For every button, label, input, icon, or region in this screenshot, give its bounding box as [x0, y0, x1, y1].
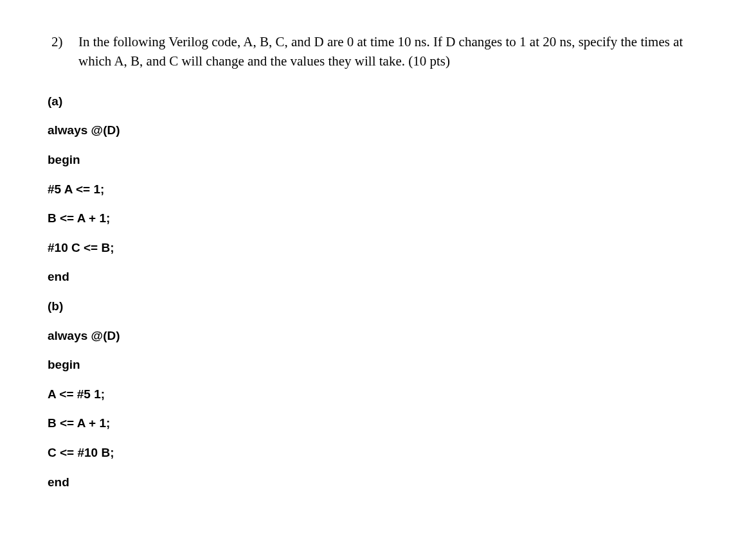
question-header: 2) In the following Verilog code, A, B, … [45, 32, 711, 71]
code-line: A <= #5 1; [48, 380, 711, 409]
code-line: #5 A <= 1; [48, 175, 711, 204]
code-line: C <= #10 B; [48, 438, 711, 468]
code-line: end [48, 262, 711, 292]
code-line: #10 C <= B; [48, 233, 711, 263]
code-line: end [48, 468, 711, 497]
part-a-code: always @(D) begin #5 A <= 1; B <= A + 1;… [48, 116, 711, 292]
code-line: always @(D) [48, 116, 711, 145]
code-line: begin [48, 350, 711, 380]
code-line: B <= A + 1; [48, 204, 711, 233]
code-line: B <= A + 1; [48, 409, 711, 438]
part-a-label: (a) [48, 87, 711, 116]
part-b-code: always @(D) begin A <= #5 1; B <= A + 1;… [48, 321, 711, 497]
code-line: always @(D) [48, 321, 711, 351]
question-number: 2) [45, 32, 78, 51]
part-b-label: (b) [48, 292, 711, 321]
question-prompt: In the following Verilog code, A, B, C, … [78, 32, 711, 71]
code-line: begin [48, 145, 711, 175]
